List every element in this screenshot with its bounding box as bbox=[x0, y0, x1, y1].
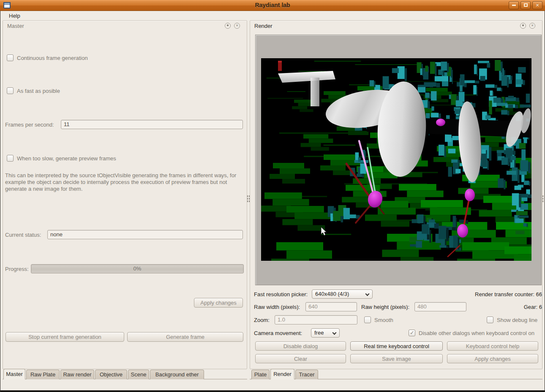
minimize-icon bbox=[512, 5, 516, 6]
master-panel-title: Master bbox=[7, 23, 24, 29]
show-debug-label: Show debug line bbox=[497, 317, 537, 323]
preview-frames-label: When too slow, generate preview frames bbox=[17, 155, 116, 162]
disable-dialogs-label: Disable other dialogs when keyboard cont… bbox=[419, 330, 534, 336]
realtime-keyboard-button[interactable]: Real time keyboard control bbox=[350, 341, 443, 351]
fast-resolution-select[interactable]: 640x480 (4/3) bbox=[312, 289, 373, 299]
continuous-frame-checkbox[interactable] bbox=[7, 54, 14, 61]
minimize-button[interactable] bbox=[509, 1, 519, 9]
chevron-down-icon bbox=[332, 331, 337, 335]
tab-plate[interactable]: Plate bbox=[251, 370, 270, 379]
render-image bbox=[261, 58, 531, 261]
close-icon: ✕ bbox=[535, 3, 539, 8]
menu-help[interactable]: Help bbox=[6, 12, 23, 19]
chevron-down-icon bbox=[365, 292, 370, 296]
preview-note: This can be interpreted by the source tO… bbox=[5, 172, 245, 192]
zoom-input[interactable]: 1.0 bbox=[275, 315, 357, 324]
tab-background-ether[interactable]: Background ether bbox=[150, 370, 204, 379]
close-panel-icon[interactable]: ✕ bbox=[529, 23, 535, 29]
float-panel-icon[interactable] bbox=[225, 23, 231, 29]
tab-raw-render[interactable]: Raw render bbox=[60, 370, 94, 379]
fps-input[interactable]: 11 bbox=[61, 120, 243, 129]
float-panel-icon[interactable] bbox=[520, 23, 526, 29]
disable-dialog-button[interactable]: Disable dialog bbox=[255, 341, 346, 351]
raw-width-label: Raw width (pixels): bbox=[254, 304, 300, 310]
clear-button[interactable]: Clear bbox=[255, 354, 346, 363]
progress-label: Progress: bbox=[5, 266, 29, 272]
raw-height-input[interactable]: 480 bbox=[414, 302, 466, 311]
smooth-checkbox[interactable] bbox=[364, 316, 371, 323]
master-panel: Master ✕ bbox=[3, 20, 247, 369]
gear-counter: Gear: 6 bbox=[524, 304, 542, 310]
menu-bar: Help bbox=[0, 11, 545, 20]
tab-scene[interactable]: Scene bbox=[128, 370, 149, 379]
close-button[interactable]: ✕ bbox=[532, 1, 542, 9]
maximize-button[interactable] bbox=[520, 1, 531, 9]
camera-movement-value: free bbox=[314, 330, 324, 336]
render-panel-title: Render bbox=[254, 23, 272, 29]
raw-width-input[interactable]: 640 bbox=[305, 302, 357, 311]
stop-frame-button[interactable]: Stop current frame generation bbox=[5, 332, 124, 342]
disable-dialogs-checkbox[interactable] bbox=[409, 330, 415, 336]
fast-resolution-label: Fast resolution picker: bbox=[254, 291, 308, 297]
generate-frame-button[interactable]: Generate frame bbox=[127, 332, 243, 342]
preview-frames-checkbox[interactable] bbox=[7, 155, 14, 162]
show-debug-checkbox[interactable] bbox=[487, 316, 493, 323]
raw-height-label: Raw height (pixels): bbox=[361, 304, 409, 310]
render-viewport[interactable] bbox=[255, 35, 542, 285]
fps-label: Frames per second: bbox=[5, 122, 54, 128]
tab-raw-plate[interactable]: Raw Plate bbox=[26, 370, 60, 379]
apply-changes-button[interactable]: Apply changes bbox=[194, 298, 243, 308]
keyboard-help-button[interactable]: Keyboard control help bbox=[447, 341, 538, 351]
apply-changes-render-button[interactable]: Apply changes bbox=[447, 354, 538, 363]
title-bar[interactable]: Raydiant lab ✕ bbox=[0, 0, 545, 11]
camera-movement-label: Camera movement: bbox=[254, 330, 302, 336]
tab-tracer[interactable]: Tracer bbox=[295, 370, 318, 379]
tab-master[interactable]: Master bbox=[3, 369, 25, 379]
render-scene bbox=[261, 58, 531, 261]
current-status-input[interactable]: none bbox=[47, 230, 243, 239]
progress-bar: 0% bbox=[31, 264, 244, 273]
as-fast-label: As fast as posible bbox=[17, 88, 60, 94]
maximize-icon bbox=[524, 3, 528, 7]
smooth-label: Smooth bbox=[374, 317, 393, 323]
splitter-handle[interactable] bbox=[247, 195, 250, 203]
tab-objective[interactable]: Objective bbox=[95, 370, 127, 379]
app-window: Raydiant lab ✕ Help Master ✕ Continuous … bbox=[0, 0, 545, 392]
close-panel-icon[interactable]: ✕ bbox=[234, 23, 240, 29]
save-image-button[interactable]: Save image bbox=[350, 354, 443, 363]
right-edge-handle[interactable] bbox=[542, 195, 545, 203]
fast-resolution-value: 640x480 (4/3) bbox=[315, 291, 349, 297]
current-status-label: Current status: bbox=[5, 232, 41, 238]
render-transfer-counter: Render transfer counter: 66 bbox=[475, 291, 542, 297]
zoom-label: Zoom: bbox=[254, 317, 270, 323]
as-fast-checkbox[interactable] bbox=[7, 87, 14, 94]
tab-render[interactable]: Render bbox=[270, 369, 294, 379]
camera-movement-select[interactable]: free bbox=[311, 328, 340, 338]
window-title: Raydiant lab bbox=[0, 2, 545, 8]
continuous-frame-label: Continuous frame generation bbox=[17, 55, 88, 61]
